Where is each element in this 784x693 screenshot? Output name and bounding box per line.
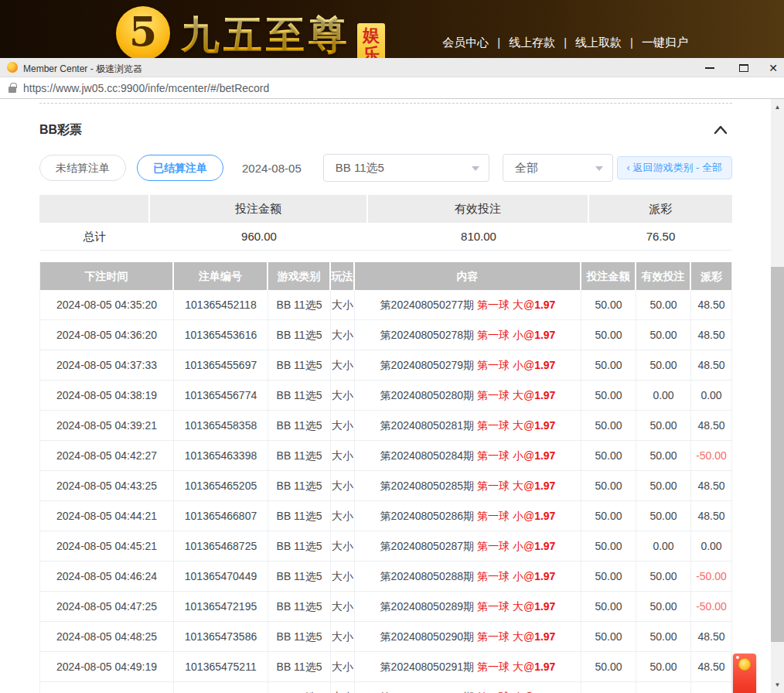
game-category: BB 11选5 <box>268 290 331 319</box>
payout-value: 0.00 <box>691 381 731 410</box>
summary-header-bet: 投注金额 <box>150 195 368 223</box>
game-category: BB 11选5 <box>268 531 331 561</box>
summary-header-row: 投注金额 有效投注 派彩 <box>39 195 732 223</box>
red-envelope-promo-icon[interactable] <box>733 654 756 693</box>
period-text: 第202408050280期 <box>380 389 474 401</box>
page-scrollbar[interactable]: ▲ ▼ <box>771 99 784 693</box>
odds-text: 1.97 <box>534 389 555 401</box>
summary-valid-bet: 810.00 <box>368 223 589 251</box>
bet-time: 2024-08-05 04:42:27 <box>40 441 174 470</box>
page-content: BB彩票 未结算注单 已结算注单 2024-08-05 BB 11选5 全部 ‹… <box>0 99 771 693</box>
browser-urlbar[interactable]: https://www.jw05.cc:9900/infe/mcenter/#/… <box>0 77 784 99</box>
payout-value: 48.50 <box>691 471 731 500</box>
play-type: 大小 <box>331 320 355 350</box>
summary-header-blank <box>39 195 150 223</box>
nav-member-center[interactable]: 会员中心 <box>442 36 489 49</box>
pick-text: 第一球 大@ <box>477 661 534 673</box>
order-id: 101365472195 <box>174 592 268 621</box>
period-text: 第202408050289期 <box>380 600 474 613</box>
minimize-button[interactable] <box>702 58 718 77</box>
browser-app-icon <box>7 62 18 73</box>
settled-tab-button[interactable]: 已结算注单 <box>137 155 223 181</box>
col-header-time: 下注时间 <box>40 262 174 290</box>
table-row: 2024-08-05 04:45:21 101365468725 BB 11选5… <box>40 531 731 561</box>
valid-bet: 50.00 <box>636 320 691 350</box>
period-text: 第202408050279期 <box>380 359 474 371</box>
bet-amount: 50.00 <box>581 562 636 591</box>
table-row: 2024-08-05 04:39:21 101365458358 BB 11选5… <box>40 410 731 440</box>
game-category: BB 11选5 <box>268 350 331 380</box>
play-type: 大小 <box>331 441 355 470</box>
banner-nav: 会员中心|线上存款|线上取款|一键归户 <box>442 36 688 50</box>
period-text: 第202408050290期 <box>380 630 474 643</box>
odds-text: 1.97 <box>534 329 555 341</box>
table-row: 2024-08-05 04:44:21 101365466807 BB 11选5… <box>40 500 731 531</box>
logo-title: 九五至尊 <box>181 9 351 58</box>
bet-amount: 50.00 <box>581 381 636 410</box>
period-text: 第202408050291期 <box>380 661 474 673</box>
order-id: 101365470449 <box>174 562 268 591</box>
payout-value: -50.00 <box>691 592 731 621</box>
period-text: 第202408050277期 <box>380 299 474 311</box>
close-button[interactable]: ✕ <box>765 58 781 77</box>
bet-content: 第202408050286期第一球 小@1.97 <box>355 501 581 531</box>
payout-value: 48.50 <box>691 350 731 380</box>
play-type: 大小 <box>331 471 355 500</box>
odds-text: 1.97 <box>534 359 555 371</box>
bet-time: 2024-08-05 04:39:21 <box>40 411 174 440</box>
scroll-down-icon[interactable]: ▼ <box>771 678 784 691</box>
scroll-up-icon[interactable]: ▲ <box>771 101 784 114</box>
play-type: 大小 <box>331 531 355 561</box>
bet-time: 2024-08-05 04:48:25 <box>40 622 174 651</box>
table-row: 2024-08-05 04:37:33 101365455697 BB 11选5… <box>40 350 731 380</box>
col-header-order: 注单编号 <box>174 262 268 290</box>
bet-time: 2024-08-05 04:44:21 <box>40 501 174 531</box>
nav-deposit[interactable]: 线上存款 <box>509 36 555 49</box>
date-label[interactable]: 2024-08-05 <box>242 162 302 175</box>
panel-header: BB彩票 <box>39 122 732 138</box>
back-to-category-button[interactable]: ‹ 返回游戏类别 - 全部 <box>617 156 733 179</box>
game-category: BB 11选5 <box>268 682 331 693</box>
url-text[interactable]: https://www.jw05.cc:9900/infe/mcenter/#/… <box>23 82 269 94</box>
bet-content: 第202408050277期第一球 大@1.97 <box>355 290 581 319</box>
period-text: 第202408050288期 <box>380 570 474 582</box>
panel-title: BB彩票 <box>39 122 82 138</box>
pick-text: 第一球 大@ <box>477 480 534 492</box>
bet-content: 第202408050279期第一球 小@1.97 <box>355 350 581 380</box>
logo-5-icon: 5 <box>116 6 170 58</box>
bet-content: 第202408050287期第一球 小@1.97 <box>355 531 581 561</box>
nav-withdraw[interactable]: 线上取款 <box>575 36 622 49</box>
game-category: BB 11选5 <box>268 381 331 410</box>
nav-one-key-transfer[interactable]: 一键归户 <box>642 36 688 49</box>
collapse-chevron-icon[interactable] <box>714 125 728 135</box>
odds-text: 1.97 <box>534 419 555 432</box>
period-text: 第202408050287期 <box>380 540 474 552</box>
valid-bet: 0.00 <box>636 381 691 410</box>
game-select[interactable]: BB 11选5 <box>323 154 489 182</box>
order-id: 101365458358 <box>174 411 268 440</box>
table-row: 2024-08-05 04:50:19 101365476668 BB 11选5… <box>40 681 731 693</box>
game-category: BB 11选5 <box>268 441 331 470</box>
gold-coin-icon <box>738 658 751 671</box>
valid-bet: 50.00 <box>636 441 691 470</box>
table-row: 2024-08-05 04:49:19 101365475211 BB 11选5… <box>40 651 731 681</box>
bet-amount: 50.00 <box>581 441 636 470</box>
scrollbar-thumb[interactable] <box>771 267 784 642</box>
odds-text: 1.97 <box>534 480 555 492</box>
pick-text: 第一球 大@ <box>477 630 534 643</box>
col-header-payout: 派彩 <box>691 262 731 290</box>
table-header-row: 下注时间 注单编号 游戏类别 玩法 内容 投注金额 有效投注 派彩 <box>40 262 731 290</box>
status-select[interactable]: 全部 <box>503 154 613 182</box>
valid-bet: 50.00 <box>636 622 691 651</box>
bb-lottery-panel: BB彩票 未结算注单 已结算注单 2024-08-05 BB 11选5 全部 ‹… <box>39 103 732 693</box>
play-type: 大小 <box>331 682 355 693</box>
bet-amount: 50.00 <box>581 652 636 681</box>
unsettled-tab-button[interactable]: 未结算注单 <box>39 155 126 181</box>
site-logo: 5 九五至尊 娱乐城 <box>116 6 385 58</box>
bet-time: 2024-08-05 04:43:25 <box>40 471 174 500</box>
order-id: 101365466807 <box>174 501 268 531</box>
order-id: 101365463398 <box>174 441 268 470</box>
odds-text: 1.97 <box>534 661 555 673</box>
game-category: BB 11选5 <box>268 411 331 440</box>
maximize-button[interactable] <box>736 58 752 77</box>
